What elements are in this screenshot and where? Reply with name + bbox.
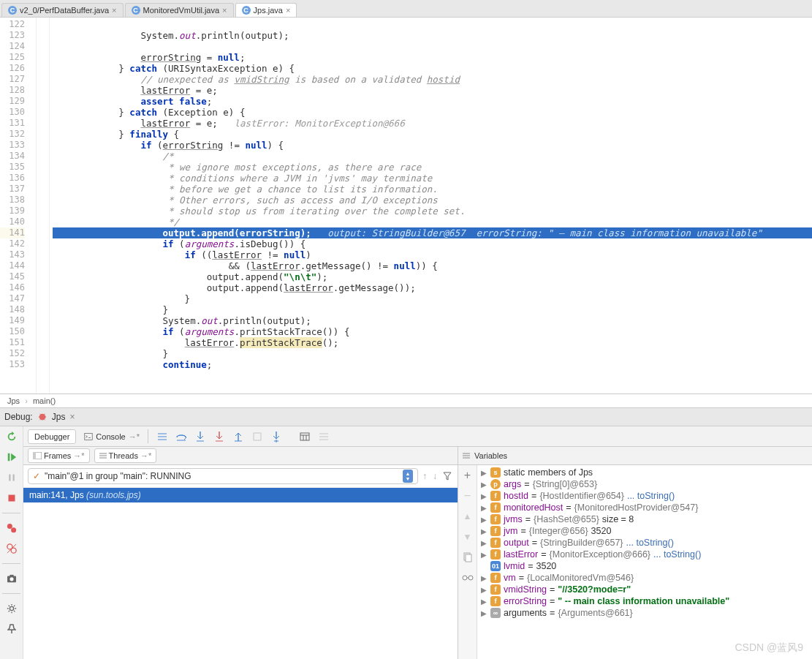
remove-watch-button[interactable]: −: [460, 489, 475, 503]
console-tab[interactable]: Console →*: [77, 429, 146, 444]
add-watch-button[interactable]: +: [460, 468, 475, 483]
code-area[interactable]: System.out.println(output); errorString …: [50, 18, 812, 393]
prev-frame-button[interactable]: ↑: [421, 471, 428, 481]
thread-selector[interactable]: ✓ "main"@1 in group "main": RUNNING ▲▼: [28, 468, 418, 484]
step-over-button[interactable]: [175, 430, 188, 443]
frames-list[interactable]: main:141, Jps (sun.tools.jps): [23, 488, 458, 659]
filter-icon[interactable]: [441, 472, 453, 481]
svg-rect-28: [254, 433, 261, 440]
tostring-link[interactable]: ... toString(): [626, 538, 674, 548]
breakpoints-button[interactable]: [4, 521, 19, 535]
close-icon[interactable]: ×: [222, 6, 227, 15]
expand-icon[interactable]: ▶: [480, 469, 487, 477]
variable-row[interactable]: ▶foutput = {StringBuilder@657} ... toStr…: [480, 537, 809, 549]
expand-icon[interactable]: ▶: [480, 481, 487, 489]
evaluate-button[interactable]: [298, 430, 311, 443]
variable-row[interactable]: ▶fhostId = {HostIdentifier@654} ... toSt…: [480, 490, 809, 502]
svg-point-8: [7, 524, 12, 529]
camera-icon[interactable]: [4, 571, 19, 586]
pause-button[interactable]: [4, 470, 19, 485]
close-icon[interactable]: ×: [69, 412, 75, 422]
breadcrumb[interactable]: Jps › main(): [0, 394, 812, 408]
combo-arrows-icon[interactable]: ▲▼: [403, 470, 413, 483]
variable-row[interactable]: ▶fvm = {LocalMonitoredVm@546}: [480, 572, 809, 584]
down-icon[interactable]: ▼: [460, 530, 475, 544]
variables-tree[interactable]: ▶sstatic members of Jps▶pargs = {String[…: [477, 465, 812, 659]
variable-row[interactable]: ▶ferrorString = " -- main class informat…: [480, 595, 809, 607]
expand-icon[interactable]: ▶: [480, 539, 487, 547]
mute-breakpoints-button[interactable]: [4, 541, 19, 556]
check-icon: ✓: [33, 471, 40, 481]
svg-rect-17: [85, 433, 93, 440]
expand-icon[interactable]: ▶: [480, 516, 487, 524]
var-type: {MonitoredHostProvider@547}: [574, 502, 699, 513]
debugger-tab[interactable]: Debugger: [28, 429, 76, 444]
svg-rect-14: [10, 575, 13, 577]
variable-row[interactable]: ▶flastError = {MonitorException@666} ...…: [480, 549, 809, 560]
resume-button[interactable]: [4, 450, 19, 464]
expand-icon[interactable]: ▶: [480, 527, 487, 535]
fold-column[interactable]: [29, 18, 37, 393]
pin-icon[interactable]: [4, 622, 19, 636]
close-icon[interactable]: ×: [286, 6, 290, 15]
tab-perfdatabuffer[interactable]: C v2_0/PerfDataBuffer.java ×: [1, 3, 124, 17]
editor-tabs: C v2_0/PerfDataBuffer.java × C Monitored…: [0, 0, 812, 18]
var-type: {StringBuilder@657}: [540, 538, 623, 548]
close-icon[interactable]: ×: [112, 6, 116, 15]
svg-rect-40: [33, 452, 36, 459]
var-badge-icon: ∞: [490, 608, 501, 618]
breadcrumb-method[interactable]: main(): [33, 396, 56, 405]
expand-icon[interactable]: ▶: [480, 586, 487, 594]
variables-toolbar: + − ▲ ▼: [458, 465, 477, 659]
frames-button[interactable]: Frames →*: [28, 448, 90, 463]
variable-row[interactable]: ▶pargs = {String[0]@653}: [480, 478, 809, 490]
expand-icon[interactable]: ▶: [480, 609, 487, 617]
run-to-cursor-button[interactable]: [270, 430, 283, 443]
variable-row[interactable]: ▶fjvms = {HashSet@655} size = 8: [480, 513, 809, 525]
tostring-link[interactable]: ... toString(): [627, 491, 675, 501]
variable-row[interactable]: ▶∞arguments = {Arguments@661}: [480, 607, 809, 619]
rerun-button[interactable]: [4, 429, 19, 444]
settings-icon[interactable]: [4, 601, 19, 616]
expand-icon[interactable]: ▶: [480, 551, 487, 559]
expand-icon[interactable]: ▶: [480, 504, 487, 512]
expand-icon[interactable]: ▶: [480, 492, 487, 500]
code-editor[interactable]: 1221231241251261271281291301311321331341…: [0, 18, 812, 394]
variable-row[interactable]: ▶fvmidString = "//3520?mode=r": [480, 584, 809, 595]
tab-label: v2_0/PerfDataBuffer.java: [20, 6, 109, 15]
glasses-icon[interactable]: [460, 570, 475, 585]
tostring-link[interactable]: ... toString(): [653, 549, 701, 560]
tab-jps[interactable]: C Jps.java ×: [235, 3, 297, 17]
frame-row[interactable]: main:141, Jps (sun.tools.jps): [23, 488, 458, 502]
variable-row[interactable]: ▶sstatic members of Jps: [480, 467, 809, 478]
class-icon: C: [132, 6, 140, 15]
stop-button[interactable]: [4, 491, 19, 505]
breadcrumb-class[interactable]: Jps: [7, 396, 20, 405]
var-type: {Arguments@661}: [558, 608, 632, 618]
tab-monitoredvmutil[interactable]: C MonitoredVmUtil.java ×: [125, 3, 234, 17]
copy-icon[interactable]: [460, 550, 475, 565]
variables-pane: Variables + − ▲ ▼ ▶sstatic members of Jp…: [458, 447, 812, 659]
var-name: vm: [504, 573, 516, 583]
variable-row[interactable]: ▶fmonitoredHost = {MonitoredHostProvider…: [480, 502, 809, 513]
show-exec-point-button[interactable]: [156, 430, 169, 443]
var-string-value: " -- main class information unavailable": [558, 596, 729, 606]
force-step-into-button[interactable]: [213, 430, 226, 443]
expand-icon[interactable]: ▶: [480, 574, 487, 582]
expand-icon[interactable]: ▶: [480, 598, 487, 606]
up-icon[interactable]: ▲: [460, 509, 475, 524]
var-type: {HashSet@655}: [534, 514, 599, 524]
var-badge-icon: f: [490, 538, 501, 548]
debug-session-name[interactable]: Jps: [52, 412, 66, 422]
class-icon: C: [8, 6, 17, 15]
marker-column[interactable]: [37, 18, 50, 393]
var-name: jvm: [504, 526, 517, 536]
drop-frame-button[interactable]: [251, 430, 264, 443]
trace-button[interactable]: [317, 430, 330, 443]
next-frame-button[interactable]: ↓: [431, 471, 439, 481]
variable-row[interactable]: 01lvmid = 3520: [480, 560, 809, 572]
threads-button[interactable]: Threads →*: [94, 448, 157, 463]
step-out-button[interactable]: [232, 430, 245, 443]
step-into-button[interactable]: [194, 430, 207, 443]
variable-row[interactable]: ▶fjvm = {Integer@656} 3520: [480, 525, 809, 537]
